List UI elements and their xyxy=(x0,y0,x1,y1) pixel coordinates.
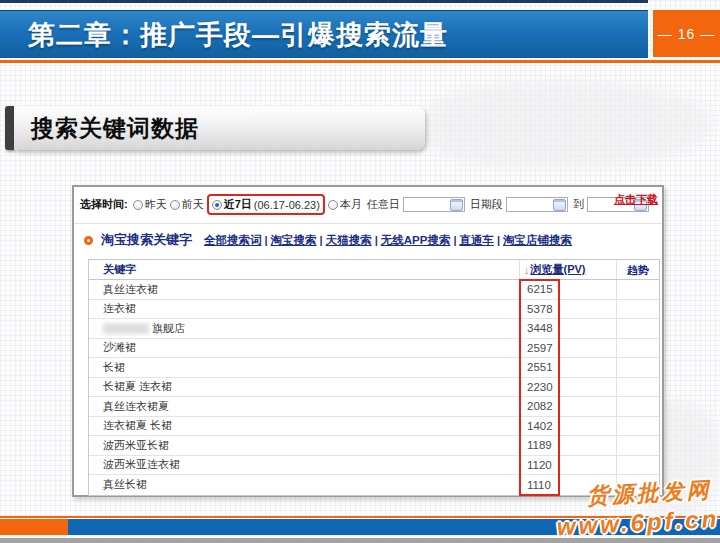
trend-cell xyxy=(616,378,659,397)
heading-left-edge xyxy=(5,106,14,150)
footer-gray-bar xyxy=(0,538,720,543)
pv-header-label: 浏览量(PV) xyxy=(531,262,586,277)
top-accent-line xyxy=(0,0,648,3)
any-day-label: 任意日 xyxy=(367,197,400,212)
pv-cell: 1402 xyxy=(519,417,616,436)
any-day-input[interactable] xyxy=(403,197,465,212)
trend-cell xyxy=(616,300,659,319)
radio-option-last7days[interactable]: 近7日(06.17-06.23) xyxy=(212,197,320,212)
tab-5[interactable]: 直通车 xyxy=(459,234,494,246)
tab-1[interactable]: 全部搜索词 xyxy=(204,234,262,246)
table-row: 真丝连衣裙夏2082 xyxy=(89,397,659,417)
toolbar-row: 淘宝搜索关键字 全部搜索词|淘宝搜索|天猫搜索|无线APP搜索|直通车|淘宝店铺… xyxy=(84,227,656,253)
pv-cell: 2597 xyxy=(519,339,616,358)
pv-cell: 6215 xyxy=(519,280,616,299)
keyword-cell: 旗舰店 xyxy=(89,321,519,336)
calendar-icon[interactable] xyxy=(450,199,463,211)
table-header: 关键字 ↓浏览量(PV) 趋势 xyxy=(89,260,659,280)
pv-cell: 2082 xyxy=(519,397,616,416)
table-row: 沙滩裙2597 xyxy=(89,339,659,359)
column-header-keyword: 关键字 xyxy=(89,262,519,277)
table-row: 波西米亚长裙1189 xyxy=(89,436,659,456)
radio-label: 近7日 xyxy=(224,197,252,212)
keyword-cell: 长裙夏 连衣裙 xyxy=(89,379,519,394)
table-row: 长裙夏 连衣裙2230 xyxy=(89,378,659,398)
column-header-trend: 趋势 xyxy=(616,260,659,279)
keyword-cell: 真丝连衣裙 xyxy=(89,282,519,297)
censored-blur xyxy=(103,323,149,334)
radio-icon[interactable] xyxy=(133,200,143,210)
sort-desc-icon: ↓ xyxy=(524,264,530,276)
tab-6[interactable]: 淘宝店铺搜索 xyxy=(503,234,572,246)
date-range-start-input[interactable] xyxy=(506,197,568,212)
radio-icon[interactable] xyxy=(328,200,338,210)
page-number-badge: — 16 — xyxy=(653,10,720,57)
trend-cell xyxy=(616,397,659,416)
radio-label: 前天 xyxy=(182,197,204,212)
slide-title-bar: 第二章：推广手段—引爆搜索流量 xyxy=(0,10,648,58)
trend-cell xyxy=(616,436,659,455)
slide: 第二章：推广手段—引爆搜索流量 — 16 — 搜索关键词数据 选择时间: 昨天 … xyxy=(0,0,720,543)
radio-icon[interactable] xyxy=(170,200,180,210)
tab-4[interactable]: 无线APP搜索 xyxy=(381,234,451,246)
heading-plate: 搜索关键词数据 xyxy=(14,106,425,150)
pv-cell: 5378 xyxy=(519,300,616,319)
trend-cell xyxy=(616,358,659,377)
header-underline xyxy=(0,60,720,63)
page-number: — 16 — xyxy=(658,26,715,42)
section-title: 搜索关键词数据 xyxy=(14,113,199,144)
bullet-ring-icon xyxy=(84,236,93,245)
table-row: 长裙2551 xyxy=(89,358,659,378)
tab-separator: | xyxy=(372,234,381,246)
trend-cell xyxy=(616,456,659,475)
table-row: 连衣裙夏 长裙1402 xyxy=(89,417,659,437)
column-header-pv[interactable]: ↓浏览量(PV) xyxy=(519,260,616,279)
radio-option-day-before[interactable]: 前天 xyxy=(170,197,204,212)
table-row: 连衣裙5378 xyxy=(89,300,659,320)
radio-selected-icon[interactable] xyxy=(212,200,222,210)
radio-label: 本月 xyxy=(340,197,362,212)
trend-cell xyxy=(616,280,659,299)
keyword-cell: 长裙 xyxy=(89,360,519,375)
pv-cell: 3448 xyxy=(519,319,616,338)
date-range-start-label: 日期段 xyxy=(470,197,503,212)
radio-label: 昨天 xyxy=(145,197,167,212)
radio-option-month[interactable]: 本月 xyxy=(328,197,362,212)
tab-separator: | xyxy=(494,234,503,246)
download-link[interactable]: 点击下载 xyxy=(614,192,658,207)
tab-2[interactable]: 淘宝搜索 xyxy=(271,234,317,246)
date-range-label: (06.17-06.23) xyxy=(254,199,320,211)
tab-3[interactable]: 天猫搜索 xyxy=(326,234,372,246)
keyword-table: 关键字 ↓浏览量(PV) 趋势 真丝连衣裙6215连衣裙5378旗舰店3448沙… xyxy=(88,259,660,496)
keyword-cell: 连衣裙夏 长裙 xyxy=(89,418,519,433)
table-body: 真丝连衣裙6215连衣裙5378旗舰店3448沙滩裙2597长裙2551长裙夏 … xyxy=(89,280,659,495)
keyword-cell: 连衣裙 xyxy=(89,301,519,316)
keyword-cell: 波西米亚长裙 xyxy=(89,438,519,453)
keyword-cell: 波西米亚连衣裙 xyxy=(89,457,519,472)
highlight-box-last7days: 近7日(06.17-06.23) xyxy=(207,194,325,215)
calendar-icon[interactable] xyxy=(553,199,566,211)
trend-cell xyxy=(616,319,659,338)
divider xyxy=(74,223,662,224)
date-range-to-label: 到 xyxy=(573,197,584,212)
tab-links: 全部搜索词|淘宝搜索|天猫搜索|无线APP搜索|直通车|淘宝店铺搜索 xyxy=(204,233,572,248)
pv-cell: 1189 xyxy=(519,436,616,455)
section-heading: 搜索关键词数据 xyxy=(5,106,425,150)
keyword-cell: 沙滩裙 xyxy=(89,340,519,355)
radio-option-yesterday[interactable]: 昨天 xyxy=(133,197,167,212)
time-filter-row: 选择时间: 昨天 前天 近7日(06.17-06.23) 本月 任意日 xyxy=(80,187,660,222)
tab-separator: | xyxy=(317,234,326,246)
slide-title: 第二章：推广手段—引爆搜索流量 xyxy=(0,17,448,53)
world-map-watermark xyxy=(425,80,715,170)
toolbar-title: 淘宝搜索关键字 xyxy=(101,231,192,249)
keyword-cell: 真丝连衣裙夏 xyxy=(89,399,519,414)
time-filter-label: 选择时间: xyxy=(80,197,128,212)
pv-cell: 2230 xyxy=(519,378,616,397)
table-row: 波西米亚连衣裙1120 xyxy=(89,456,659,476)
table-row: 真丝连衣裙6215 xyxy=(89,280,659,300)
watermark: 货源批发网 www.6pf.cn xyxy=(554,475,719,541)
tab-separator: | xyxy=(262,234,271,246)
pv-cell: 1120 xyxy=(519,456,616,475)
keyword-cell: 真丝长裙 xyxy=(89,477,519,492)
trend-cell xyxy=(616,339,659,358)
